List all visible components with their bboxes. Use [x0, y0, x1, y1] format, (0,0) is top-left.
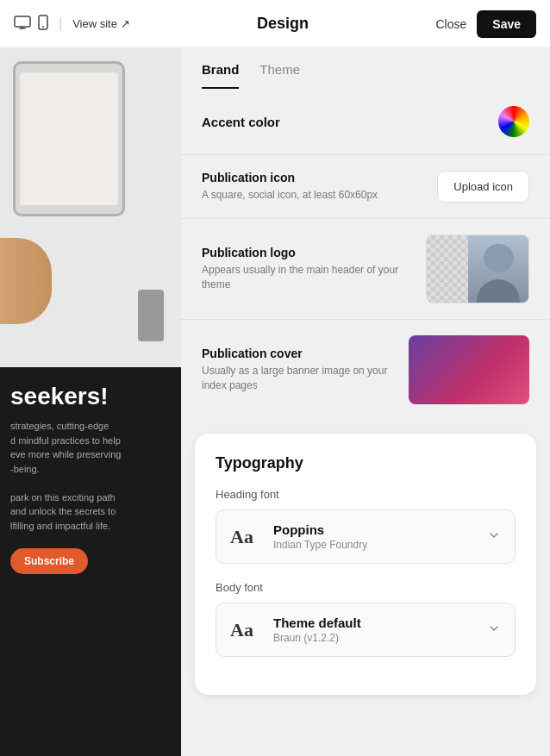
tab-brand[interactable]: Brand [202, 62, 239, 89]
separator: | [59, 16, 62, 32]
accent-color-label: Accent color [202, 115, 280, 129]
preview-subscribe-button[interactable]: Subscribe [10, 548, 88, 574]
tablet-screen [20, 72, 118, 204]
preview-top-area [0, 48, 181, 367]
upload-icon-button[interactable]: Upload icon [437, 171, 529, 203]
accent-color-row: Accent color [181, 89, 550, 154]
preview-panel: seekers! strategies, cutting-edge d mind… [0, 48, 181, 756]
heading-font-label: Heading font [216, 488, 516, 501]
publication-cover-action [409, 335, 529, 404]
heading-font-foundry: Indian Type Foundry [273, 539, 480, 551]
publication-logo-action [426, 234, 529, 303]
typography-title: Typography [216, 454, 516, 472]
publication-icon-desc: A square, social icon, at least 60x60px [202, 188, 423, 203]
publication-logo-row: Publication logo Appears usually in the … [181, 218, 550, 319]
heading-font-name: Poppins [273, 522, 480, 537]
preview-body-line8: lfilling and impactful life. [10, 519, 171, 534]
preview-body-line1: strategies, cutting-edge [10, 419, 171, 434]
preview-seekers-text: seekers! [10, 384, 171, 409]
top-bar: | View site ↗ Design Close Save [0, 0, 550, 48]
publication-logo-title: Publication logo [202, 246, 412, 259]
cover-thumbnail[interactable] [409, 335, 529, 404]
save-button[interactable]: Save [477, 10, 536, 38]
body-font-name: Theme default [273, 615, 480, 630]
heading-font-info: Poppins Indian Type Foundry [273, 522, 480, 551]
top-bar-right: Close Save [436, 10, 537, 38]
publication-icon-row: Publication icon A square, social icon, … [181, 154, 550, 218]
page-title: Design [257, 15, 309, 32]
body-font-chevron-icon [487, 622, 501, 638]
svg-rect-0 [15, 16, 30, 27]
typography-card: Typography Heading font Aa Poppins India… [195, 434, 536, 695]
mobile-icon[interactable] [38, 15, 48, 34]
preview-body-line6: park on this exciting path [10, 490, 171, 505]
tab-theme[interactable]: Theme [259, 62, 300, 89]
hand-graphic [0, 238, 52, 324]
publication-cover-row: Publication cover Usually as a large ban… [181, 319, 550, 420]
camera-stand-graphic [138, 290, 164, 341]
logo-face [468, 235, 528, 303]
tabs-bar: Brand Theme [181, 48, 550, 89]
preview-tablet [13, 61, 125, 216]
top-bar-left: | View site ↗ [14, 15, 130, 34]
publication-logo-info: Publication logo Appears usually in the … [202, 246, 412, 292]
preview-body-line3: eve more while preserving [10, 447, 171, 462]
design-panel: Brand Theme Accent color Publication ico… [181, 48, 550, 756]
preview-dark-area: seekers! strategies, cutting-edge d mind… [0, 367, 181, 756]
heading-font-aa: Aa [230, 526, 261, 548]
main-layout: seekers! strategies, cutting-edge d mind… [0, 48, 550, 756]
heading-font-chevron-icon [487, 528, 501, 545]
monitor-icon[interactable] [14, 16, 31, 33]
preview-body: strategies, cutting-edge d mindful pract… [10, 419, 171, 533]
publication-icon-title: Publication icon [202, 171, 423, 184]
body-font-info: Theme default Braun (v1.2.2) [273, 615, 480, 644]
publication-logo-desc: Appears usually in the main header of yo… [202, 263, 412, 292]
svg-point-2 [42, 26, 44, 28]
view-site-link[interactable]: View site ↗ [72, 17, 129, 30]
preview-body-line4: -being. [10, 462, 171, 477]
heading-font-selector[interactable]: Aa Poppins Indian Type Foundry [216, 509, 516, 564]
close-button[interactable]: Close [436, 17, 467, 31]
body-font-version: Braun (v1.2.2) [273, 632, 480, 644]
publication-icon-action: Upload icon [437, 171, 529, 203]
preview-body-line7: and unlock the secrets to [10, 504, 171, 519]
publication-cover-desc: Usually as a large banner image on your … [202, 364, 395, 393]
publication-icon-info: Publication icon A square, social icon, … [202, 171, 423, 203]
body-font-label: Body font [216, 581, 516, 594]
logo-thumbnail-bg [427, 235, 528, 303]
publication-cover-info: Publication cover Usually as a large ban… [202, 347, 395, 393]
body-font-aa: Aa [230, 619, 261, 641]
body-font-selector[interactable]: Aa Theme default Braun (v1.2.2) [216, 603, 516, 657]
top-bar-center: Design [130, 15, 436, 33]
preview-body-line2: d mindful practices to help [10, 434, 171, 448]
publication-cover-title: Publication cover [202, 347, 395, 360]
logo-thumbnail[interactable] [426, 234, 529, 303]
accent-color-picker[interactable] [498, 106, 529, 137]
